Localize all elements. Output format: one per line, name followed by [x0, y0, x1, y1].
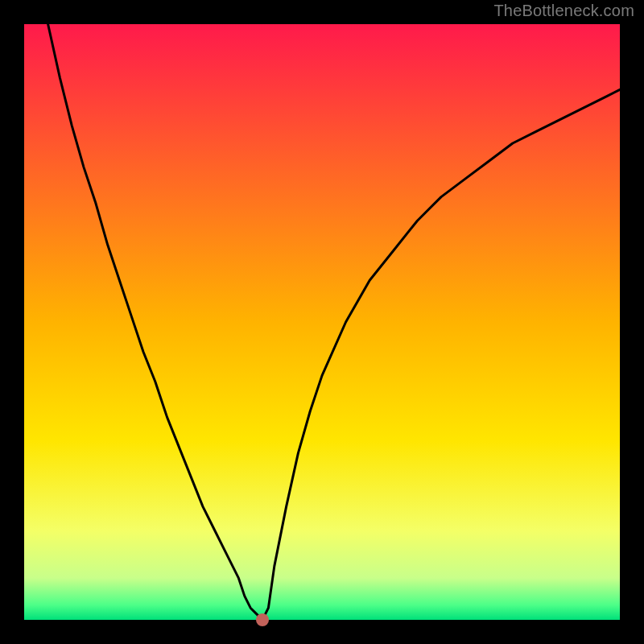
watermark-text: TheBottleneck.com [493, 2, 634, 20]
chart-svg [0, 0, 644, 644]
optimum-marker [256, 613, 269, 626]
plot-background [24, 24, 620, 620]
chart-stage: TheBottleneck.com [0, 0, 644, 644]
